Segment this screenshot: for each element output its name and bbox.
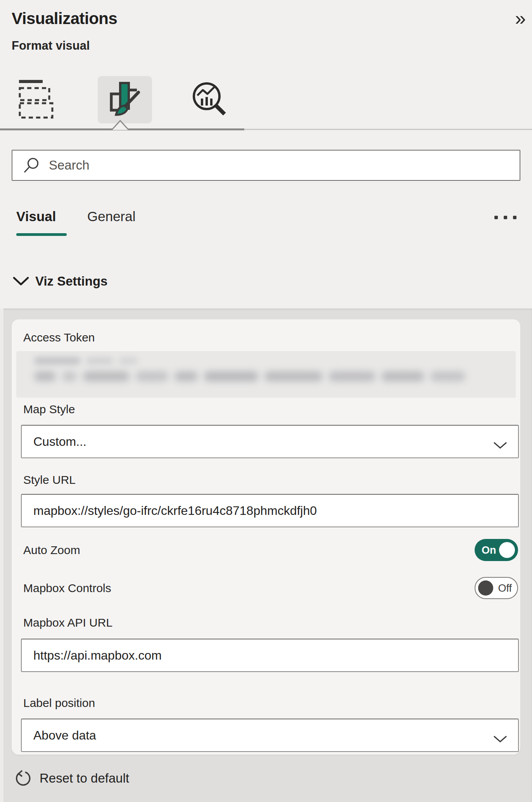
search-icon	[22, 156, 40, 174]
reset-icon	[14, 769, 32, 787]
toggle-knob	[499, 542, 515, 558]
settings-tab-row: Visual General	[0, 207, 532, 238]
pane-title: Visualizations	[12, 9, 117, 28]
mapbox-api-url-input-wrap	[21, 639, 519, 672]
redacted-smudge	[34, 371, 500, 381]
search-box[interactable]	[12, 150, 520, 181]
toggle-knob	[478, 580, 493, 596]
build-visual-tab[interactable]	[9, 76, 63, 123]
format-tool-row	[0, 76, 532, 124]
build-visual-icon	[18, 79, 54, 121]
redacted-smudge	[34, 357, 138, 364]
mapbox-api-url-label: Mapbox API URL	[23, 616, 112, 629]
toolbar-separator-light	[244, 129, 532, 130]
viz-settings-title: Viz Settings	[35, 274, 107, 289]
more-options-icon[interactable]	[494, 216, 516, 219]
access-token-label: Access Token	[23, 331, 95, 344]
mapbox-controls-label: Mapbox Controls	[23, 582, 111, 595]
active-tab-underline	[16, 233, 67, 236]
tab-visual[interactable]: Visual	[16, 209, 56, 224]
map-style-label: Map Style	[23, 403, 75, 416]
toggle-state-label: Off	[498, 582, 512, 594]
viz-settings-header[interactable]: Viz Settings	[13, 274, 107, 289]
label-position-value: Above data	[33, 728, 96, 743]
auto-zoom-label: Auto Zoom	[23, 544, 80, 557]
chevron-down-icon	[493, 732, 507, 739]
search-input[interactable]	[49, 158, 510, 173]
selected-tool-caret	[111, 120, 130, 130]
viz-settings-body: Access Token Map Style Custom...	[0, 308, 532, 802]
label-position-dropdown[interactable]: Above data	[21, 719, 519, 752]
pane-header-section: Visualizations » Format visual	[0, 0, 532, 308]
visualizations-pane: Visualizations » Format visual	[0, 0, 532, 802]
map-style-dropdown[interactable]: Custom...	[21, 425, 519, 458]
style-url-label: Style URL	[23, 473, 76, 487]
access-token-value-redacted[interactable]	[16, 351, 516, 398]
collapse-pane-icon[interactable]: »	[515, 9, 526, 28]
label-position-label: Label position	[23, 696, 95, 710]
analytics-tab[interactable]	[182, 76, 237, 123]
pane-subtitle: Format visual	[12, 39, 90, 53]
map-style-value: Custom...	[33, 435, 86, 449]
analytics-icon	[190, 80, 228, 120]
chevron-down-icon	[13, 277, 29, 286]
style-url-input-wrap	[21, 494, 519, 527]
viz-settings-card: Access Token Map Style Custom...	[12, 319, 520, 755]
style-url-input[interactable]	[33, 504, 506, 518]
tab-general[interactable]: General	[87, 209, 136, 224]
reset-label: Reset to default	[40, 771, 129, 786]
format-visual-tab[interactable]	[98, 76, 152, 123]
chevron-down-icon	[493, 438, 507, 445]
reset-to-default-button[interactable]: Reset to default	[14, 769, 129, 787]
mapbox-api-url-input[interactable]	[33, 648, 506, 663]
mapbox-controls-toggle[interactable]: Off	[475, 577, 518, 599]
format-visual-icon	[106, 80, 144, 120]
toggle-state-label: On	[482, 544, 496, 556]
auto-zoom-toggle[interactable]: On	[475, 539, 518, 561]
